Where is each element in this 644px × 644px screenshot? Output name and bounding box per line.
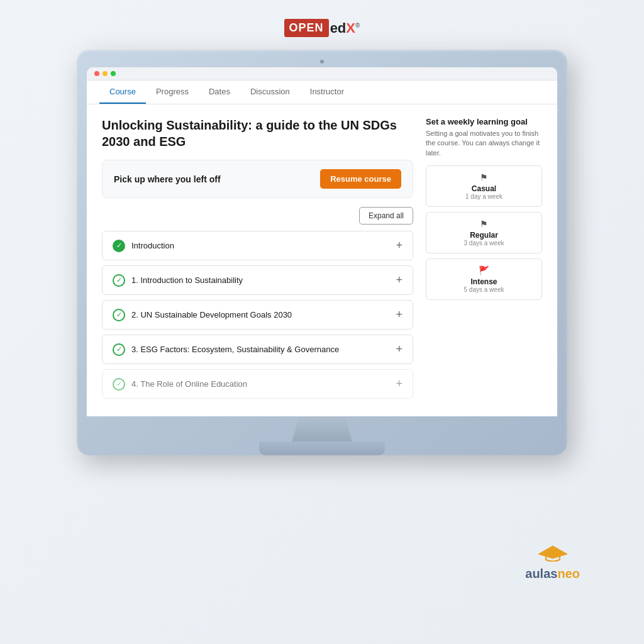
item-title-4: 4. The Role of Online Education (131, 379, 247, 389)
course-item-3[interactable]: ✓ 3. ESG Factors: Ecosystem, Sustainabil… (102, 335, 413, 364)
expand-all-button[interactable]: Expand all (359, 207, 413, 225)
item-title-0: Introduction (131, 241, 174, 250)
goal-card-casual[interactable]: ⚑ Casual 1 day a week (426, 165, 542, 207)
expand-icon-3: + (396, 343, 402, 356)
tab-dates[interactable]: Dates (199, 80, 240, 104)
casual-goal-name: Casual (472, 184, 496, 193)
intense-goal-name: Intense (470, 277, 497, 286)
stand-base (259, 441, 385, 455)
intense-flag-icon: 🚩 (479, 265, 489, 275)
openedx-logo: OPEN edX® (284, 19, 360, 37)
course-item-4[interactable]: ✓ 4. The Role of Online Education + (102, 369, 413, 399)
dot-yellow (103, 71, 108, 76)
aulasneo-text: aulasneo (525, 567, 580, 581)
regular-flag-icon: ⚑ (480, 219, 488, 229)
aulasneo-icon (537, 543, 569, 564)
casual-goal-days: 1 day a week (465, 193, 502, 200)
course-item-left-3: ✓ 3. ESG Factors: Ecosystem, Sustainabil… (113, 343, 339, 356)
course-item-left-1: ✓ 1. Introduction to Sustainability (113, 274, 243, 287)
main-column: Unlocking Sustainability: a guide to the… (102, 117, 413, 404)
monitor-screen: Course Progress Dates Discussion Instruc… (87, 67, 557, 416)
course-item-1[interactable]: ✓ 1. Introduction to Sustainability + (102, 265, 413, 295)
expand-icon-2: + (396, 308, 402, 321)
screen-content: Unlocking Sustainability: a guide to the… (87, 104, 557, 416)
tab-instructor[interactable]: Instructor (300, 80, 354, 104)
aulasneo-logo-area: aulasneo (525, 543, 580, 581)
regular-goal-name: Regular (470, 231, 498, 240)
tab-discussion[interactable]: Discussion (240, 80, 300, 104)
goal-card-intense[interactable]: 🚩 Intense 5 days a week (426, 258, 542, 300)
sidebar-column: Set a weekly learning goal Setting a goa… (426, 117, 542, 404)
item-title-2: 2. UN Sustainable Development Goals 2030 (131, 310, 292, 319)
check-icon-0: ✓ (113, 240, 125, 252)
course-item-left-2: ✓ 2. UN Sustainable Development Goals 20… (113, 309, 292, 321)
course-item-0[interactable]: ✓ Introduction + (102, 231, 413, 260)
tab-course[interactable]: Course (99, 80, 146, 104)
camera-dot (320, 60, 324, 64)
check-icon-4: ✓ (113, 378, 125, 391)
logo-open-text: OPEN (284, 19, 329, 37)
monitor-stand (87, 416, 557, 455)
resume-section: Pick up where you left off Resume course (102, 160, 413, 198)
expand-icon-1: + (396, 274, 402, 287)
check-icon-1: ✓ (113, 274, 125, 287)
stand-neck (284, 416, 360, 441)
goal-card-regular[interactable]: ⚑ Regular 3 days a week (426, 212, 542, 253)
item-title-1: 1. Introduction to Sustainability (131, 275, 243, 285)
item-title-3: 3. ESG Factors: Ecosystem, Sustainabilit… (131, 345, 339, 354)
expand-all-row: Expand all (102, 207, 413, 225)
course-title: Unlocking Sustainability: a guide to the… (102, 117, 413, 150)
sidebar-title: Set a weekly learning goal (426, 117, 542, 126)
openedx-logo-area: OPEN edX® (284, 19, 360, 37)
expand-icon-0: + (396, 239, 402, 252)
intense-goal-days: 5 days a week (464, 286, 504, 293)
nav-tabs: Course Progress Dates Discussion Instruc… (87, 80, 557, 104)
resume-button[interactable]: Resume course (320, 169, 401, 189)
monitor: Course Progress Dates Discussion Instruc… (77, 50, 567, 455)
casual-flag-icon: ⚑ (480, 172, 488, 182)
resume-prompt: Pick up where you left off (114, 174, 221, 184)
expand-icon-4: + (396, 377, 402, 391)
sidebar-description: Setting a goal motivates you to finish t… (426, 129, 542, 158)
dot-red (94, 71, 99, 76)
dot-green (111, 71, 116, 76)
regular-goal-days: 3 days a week (464, 240, 504, 247)
course-item-left-0: ✓ Introduction (113, 240, 174, 252)
check-icon-2: ✓ (113, 309, 125, 321)
check-icon-3: ✓ (113, 343, 125, 356)
course-item-2[interactable]: ✓ 2. UN Sustainable Development Goals 20… (102, 300, 413, 330)
screen-top-bar (87, 67, 557, 80)
logo-edx-text: edX® (330, 20, 360, 36)
course-item-left-4: ✓ 4. The Role of Online Education (113, 378, 247, 391)
tab-progress[interactable]: Progress (146, 80, 199, 104)
